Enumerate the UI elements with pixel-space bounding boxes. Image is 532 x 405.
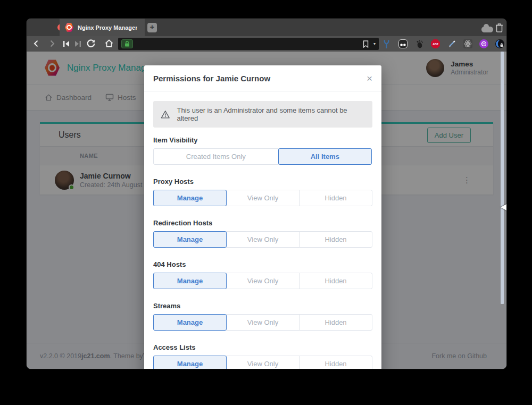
proxy-hosts-view-only[interactable]: View Only <box>226 190 300 206</box>
scrollbar-thumb[interactable] <box>501 52 504 304</box>
streams-label: Streams <box>153 302 372 309</box>
close-icon[interactable]: × <box>367 73 372 83</box>
forward-icon[interactable] <box>48 39 56 48</box>
fast-forward-icon[interactable] <box>74 40 81 47</box>
browser-tab[interactable]: Nginx Proxy Manager <box>60 19 145 36</box>
item-visibility-group: Created Items Only All Items <box>153 148 372 165</box>
streams-hidden[interactable]: Hidden <box>299 314 372 331</box>
browser-toolbar: ▾ ABP <box>27 36 506 52</box>
modal-body: This user is an Administrator and some i… <box>144 91 381 369</box>
404-hosts-manage[interactable]: Manage <box>153 273 227 289</box>
tab-title: Nginx Proxy Manager <box>78 24 137 31</box>
streams-view-only[interactable]: View Only <box>226 314 300 331</box>
mouse-cursor <box>501 204 506 210</box>
npm-favicon <box>65 23 73 32</box>
bookmark-icon[interactable] <box>363 40 369 48</box>
permissions-modal: Permissions for Jamie Curnow × This user… <box>144 65 381 369</box>
404-hosts-hidden[interactable]: Hidden <box>299 273 372 289</box>
streams-group: Manage View Only Hidden <box>153 314 372 331</box>
404-hosts-view-only[interactable]: View Only <box>226 273 300 289</box>
warning-triangle-icon <box>161 110 170 119</box>
trash-icon[interactable] <box>495 23 503 32</box>
redirection-hosts-label: Redirection Hosts <box>153 220 372 226</box>
proxy-hosts-manage[interactable]: Manage <box>153 190 227 206</box>
secure-lock-icon[interactable] <box>121 39 133 48</box>
modal-title: Permissions for Jamie Curnow <box>153 74 270 83</box>
gnome-foot-extension-icon[interactable] <box>415 39 424 48</box>
modal-header: Permissions for Jamie Curnow × <box>144 65 381 91</box>
item-visibility-label: Item Visibility <box>153 137 372 144</box>
reload-icon[interactable] <box>86 39 96 48</box>
page-content: Nginx Proxy Manager James Administrator … <box>27 52 506 369</box>
proxy-hosts-hidden[interactable]: Hidden <box>299 190 372 206</box>
redirection-hosts-group: Manage View Only Hidden <box>153 231 372 248</box>
rewind-icon[interactable] <box>63 40 70 47</box>
privacy-extension-icon[interactable] <box>495 39 504 48</box>
proxy-hosts-group: Manage View Only Hidden <box>153 190 372 206</box>
option-all-items[interactable]: All Items <box>278 148 372 165</box>
admin-alert-text: This user is an Administrator and some i… <box>177 106 365 122</box>
option-created-items-only[interactable]: Created Items Only <box>153 148 279 165</box>
redirection-hosts-hidden[interactable]: Hidden <box>299 231 372 248</box>
adblock-plus-icon[interactable]: ABP <box>431 39 440 48</box>
404-hosts-label: 404 Hosts <box>153 261 372 268</box>
home-icon[interactable] <box>104 39 114 48</box>
address-bar[interactable]: ▾ <box>118 38 379 50</box>
purple-extension-icon[interactable] <box>479 39 488 48</box>
back-icon[interactable] <box>32 39 40 48</box>
pen-extension-icon[interactable] <box>447 39 456 48</box>
admin-alert: This user is an Administrator and some i… <box>153 101 372 128</box>
access-lists-label: Access Lists <box>153 344 372 351</box>
browser-window: Nginx Proxy Manager + <box>27 19 506 369</box>
access-lists-manage[interactable]: Manage <box>153 356 227 369</box>
access-lists-group: Manage View Only Hidden <box>153 356 372 369</box>
redirection-hosts-manage[interactable]: Manage <box>153 231 227 248</box>
tab-bar: Nginx Proxy Manager + <box>27 19 506 36</box>
mask-extension-icon[interactable] <box>398 39 408 48</box>
proxy-extension-icon[interactable] <box>382 39 391 48</box>
sync-cloud-icon[interactable] <box>481 27 493 32</box>
access-lists-view-only[interactable]: View Only <box>226 356 300 369</box>
new-tab-button[interactable]: + <box>147 23 157 32</box>
atom-extension-icon[interactable] <box>463 39 472 48</box>
proxy-hosts-label: Proxy Hosts <box>153 178 372 185</box>
access-lists-hidden[interactable]: Hidden <box>299 356 372 369</box>
streams-manage[interactable]: Manage <box>153 314 227 331</box>
404-hosts-group: Manage View Only Hidden <box>153 273 372 289</box>
bookmark-caret-icon[interactable]: ▾ <box>373 41 376 46</box>
redirection-hosts-view-only[interactable]: View Only <box>226 231 300 248</box>
